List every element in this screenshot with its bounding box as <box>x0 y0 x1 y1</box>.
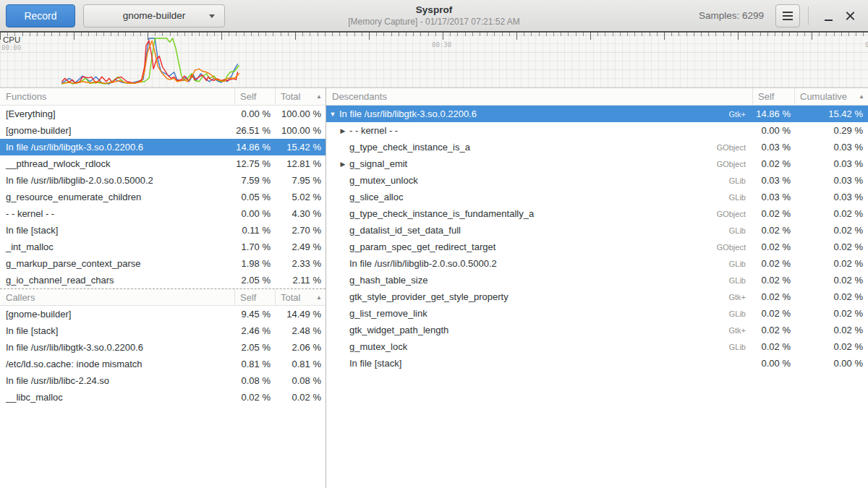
function-name: In file /usr/lib/libglib-2.0.so.0.5000.2 <box>0 175 234 186</box>
table-row[interactable]: __pthread_rwlock_rdlock 12.75 % 12.81 % <box>0 155 326 172</box>
tree-row[interactable]: g_mutex_unlock GLib 0.03 % 0.03 % <box>326 172 868 189</box>
self-percent: 0.02 % <box>752 341 794 352</box>
tree-row[interactable]: g_slice_alloc GLib 0.03 % 0.03 % <box>326 189 868 205</box>
total-percent: 4.30 % <box>275 208 326 219</box>
table-row[interactable]: _int_malloc 1.70 % 2.49 % <box>0 239 326 255</box>
function-name: __libc_malloc <box>0 392 234 403</box>
functions-total-column-header[interactable]: Total ▲ <box>275 88 326 105</box>
function-name: In file [stack] <box>0 325 234 336</box>
tree-row[interactable]: g_type_check_instance_is_fundamentally_a… <box>326 205 868 222</box>
total-percent: 100.00 % <box>275 125 326 136</box>
descendants-column-header[interactable]: Descendants <box>326 88 752 105</box>
function-name: g_markup_parse_context_parse <box>0 258 234 269</box>
total-percent: 7.95 % <box>275 175 326 186</box>
self-percent: 2.05 % <box>234 275 275 286</box>
total-percent: 0.08 % <box>275 375 326 386</box>
table-row[interactable]: In file [stack] 2.46 % 2.48 % <box>0 322 326 339</box>
tree-row[interactable]: g_type_check_instance_is_a GObject 0.03 … <box>326 139 868 155</box>
expander-icon[interactable]: ▶ <box>338 160 348 168</box>
tree-row[interactable]: g_datalist_id_set_data_full GLib 0.02 % … <box>326 222 868 239</box>
descendants-pane: Descendants Self Cumulative ▲ ▼ In file … <box>326 88 868 488</box>
tree-row[interactable]: g_hash_table_size GLib 0.02 % 0.02 % <box>326 272 868 288</box>
close-button[interactable] <box>839 5 861 27</box>
callers-total-column-header[interactable]: Total ▲ <box>275 289 326 305</box>
function-name: g_slice_alloc <box>348 192 729 202</box>
minimize-button[interactable] <box>817 5 839 27</box>
library-tag: GLib <box>729 260 752 268</box>
function-name: In file /usr/lib/libgtk-3.so.0.2200.6 <box>0 342 234 353</box>
cumulative-percent: 0.00 % <box>794 358 868 369</box>
functions-self-column-header[interactable]: Self <box>234 88 275 105</box>
samples-count: Samples: 6299 <box>699 10 764 21</box>
cumulative-percent: 0.02 % <box>794 208 868 219</box>
library-tag: GLib <box>729 276 752 285</box>
self-percent: 0.03 % <box>752 142 794 153</box>
table-row[interactable]: g_io_channel_read_chars 2.05 % 2.11 % <box>0 272 326 288</box>
function-name: g_hash_table_size <box>348 275 729 286</box>
cpu-graph[interactable]: CPU 00:00 00:30 01:00 <box>0 33 868 88</box>
function-name: In file /usr/lib/libglib-2.0.so.0.5000.2 <box>348 258 729 269</box>
library-tag: GLib <box>729 343 752 351</box>
table-row[interactable]: In file /usr/lib/libgtk-3.so.0.2200.6 14… <box>0 139 326 155</box>
functions-header: Functions Self Total ▲ <box>0 88 326 106</box>
function-name: In file /usr/lib/libgtk-3.so.0.2200.6 <box>0 142 234 153</box>
cumulative-percent: 0.02 % <box>794 225 868 236</box>
table-row[interactable]: [gnome-builder] 26.51 % 100.00 % <box>0 122 326 139</box>
cumulative-percent: 15.42 % <box>794 108 868 119</box>
table-row[interactable]: __libc_malloc 0.02 % 0.02 % <box>0 389 326 406</box>
table-row[interactable]: - - kernel - - 0.00 % 4.30 % <box>0 205 326 222</box>
table-row[interactable]: In file /usr/lib/libgtk-3.so.0.2200.6 2.… <box>0 339 326 356</box>
descendants-header: Descendants Self Cumulative ▲ <box>326 88 868 106</box>
menu-button[interactable] <box>775 4 800 27</box>
table-row[interactable]: [Everything] 0.00 % 100.00 % <box>0 106 326 122</box>
self-percent: 0.02 % <box>752 291 794 302</box>
table-row[interactable]: In file /usr/lib/libc-2.24.so 0.08 % 0.0… <box>0 372 326 389</box>
library-tag: GLib <box>729 309 752 318</box>
library-tag: GObject <box>717 243 752 252</box>
self-percent: 14.86 % <box>234 142 275 153</box>
tree-row[interactable]: ▼ In file /usr/lib/libgtk-3.so.0.2200.6 … <box>326 106 868 122</box>
library-tag: GLib <box>729 226 752 235</box>
chevron-down-icon <box>209 14 215 18</box>
self-percent: 2.46 % <box>234 325 275 336</box>
table-row[interactable]: In file [stack] 0.11 % 2.70 % <box>0 222 326 239</box>
callers-self-column-header[interactable]: Self <box>234 289 275 305</box>
descendants-cumulative-column-header[interactable]: Cumulative ▲ <box>794 88 868 105</box>
table-row[interactable]: [gnome-builder] 9.45 % 14.49 % <box>0 306 326 322</box>
self-percent: 0.00 % <box>234 208 275 219</box>
record-button[interactable]: Record <box>6 4 75 27</box>
cumulative-percent: 0.03 % <box>794 175 868 186</box>
expander-icon[interactable]: ▼ <box>328 111 338 118</box>
self-percent: 0.08 % <box>234 375 275 386</box>
function-name: [Everything] <box>0 108 234 119</box>
total-percent: 2.11 % <box>275 275 326 286</box>
table-row[interactable]: g_resource_enumerate_children 0.05 % 5.0… <box>0 189 326 205</box>
self-percent: 0.00 % <box>752 358 794 369</box>
tree-row[interactable]: ▶ - - kernel - - 0.00 % 0.29 % <box>326 122 868 139</box>
expander-icon[interactable]: ▶ <box>338 127 348 134</box>
tree-row[interactable]: In file /usr/lib/libglib-2.0.so.0.5000.2… <box>326 255 868 272</box>
table-row[interactable]: g_markup_parse_context_parse 1.98 % 2.33… <box>0 255 326 272</box>
titlebar-separator <box>808 7 809 25</box>
callers-column-header[interactable]: Callers <box>0 289 234 305</box>
tree-row[interactable]: gtk_style_provider_get_style_property Gt… <box>326 288 868 305</box>
function-name: In file /usr/lib/libc-2.24.so <box>0 375 234 386</box>
functions-column-header[interactable]: Functions <box>0 88 234 105</box>
table-row[interactable]: /etc/ld.so.cache: inode mismatch 0.81 % … <box>0 356 326 372</box>
tree-row[interactable]: g_mutex_lock GLib 0.02 % 0.02 % <box>326 338 868 355</box>
self-percent: 14.86 % <box>752 108 794 119</box>
descendants-list: ▼ In file /usr/lib/libgtk-3.so.0.2200.6 … <box>326 106 868 372</box>
tree-row[interactable]: ▶ g_signal_emit GObject 0.02 % 0.03 % <box>326 155 868 172</box>
tree-row[interactable]: g_list_remove_link GLib 0.02 % 0.02 % <box>326 305 868 322</box>
process-selector-dropdown[interactable]: gnome-builder <box>83 4 225 27</box>
cumulative-percent: 0.02 % <box>794 258 868 269</box>
table-row[interactable]: In file /usr/lib/libglib-2.0.so.0.5000.2… <box>0 172 326 189</box>
function-name: g_signal_emit <box>348 158 717 169</box>
tree-row[interactable]: gtk_widget_path_length Gtk+ 0.02 % 0.02 … <box>326 322 868 338</box>
tree-row[interactable]: g_param_spec_get_redirect_target GObject… <box>326 239 868 255</box>
self-percent: 1.70 % <box>234 241 275 252</box>
sort-ascending-icon: ▲ <box>859 93 864 100</box>
descendants-self-column-header[interactable]: Self <box>752 88 794 105</box>
sort-ascending-icon: ▲ <box>316 93 322 100</box>
tree-row[interactable]: In file [stack] 0.00 % 0.00 % <box>326 355 868 372</box>
